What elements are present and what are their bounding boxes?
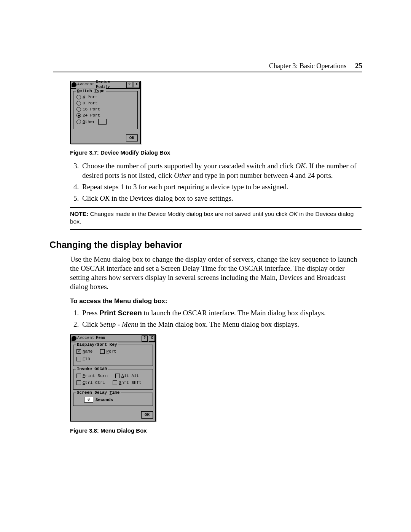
switch-type-option[interactable]: 24 Port bbox=[76, 113, 135, 118]
switch-type-option[interactable]: 16 Port bbox=[76, 107, 135, 112]
procedure-steps-2: Press Print Screen to launch the OSCAR i… bbox=[70, 308, 362, 329]
figure-caption-3-7: Figure 3.7: Device Modify Dialog Box bbox=[70, 149, 362, 156]
brand-label: Avocent bbox=[77, 82, 95, 87]
radio-icon bbox=[76, 113, 81, 118]
procedure-steps-1: Choose the number of ports supported by … bbox=[70, 161, 362, 203]
checkbox-icon bbox=[76, 374, 81, 378]
avocent-logo-icon bbox=[72, 336, 76, 341]
figure-caption-3-8: Figure 3.8: Menu Dialog Box bbox=[70, 427, 362, 434]
group-legend: Screen Delay Time bbox=[76, 390, 121, 395]
invoke-shftshft-option[interactable]: Shft-Shft bbox=[113, 380, 141, 385]
display-sort-key-group: Display/Sort Key Name Port bbox=[73, 345, 153, 366]
switch-type-group: Switch Type 4 Port8 Port16 Port24 PortOt… bbox=[73, 91, 138, 129]
menu-dialog: Avocent Menu ? X Display/Sort Key Name bbox=[70, 334, 156, 421]
avocent-logo-icon bbox=[72, 82, 76, 87]
step-1: Press Print Screen to launch the OSCAR i… bbox=[81, 308, 362, 318]
step-2: Click Setup - Menu in the Main dialog bo… bbox=[81, 320, 362, 329]
device-modify-dialog: Avocent Device Modify ? X Switch Type 4 … bbox=[70, 81, 141, 144]
switch-type-option[interactable]: Other bbox=[76, 119, 135, 125]
invoke-ctrlctrl-option[interactable]: Ctrl-Ctrl bbox=[76, 380, 105, 385]
sort-port-option[interactable]: Port bbox=[100, 349, 116, 354]
radio-icon bbox=[76, 107, 81, 112]
group-legend: Display/Sort Key bbox=[76, 342, 118, 347]
switch-type-option[interactable]: 4 Port bbox=[76, 94, 135, 100]
switch-type-option[interactable]: 8 Port bbox=[76, 101, 135, 106]
page-header: Chapter 3: Basic Operations 25 bbox=[269, 62, 362, 70]
ok-button[interactable]: OK bbox=[141, 411, 153, 418]
brand-label: Avocent bbox=[77, 336, 95, 341]
close-icon[interactable]: X bbox=[149, 335, 155, 342]
section-paragraph: Use the Menu dialog box to change the di… bbox=[70, 255, 362, 292]
radio-icon bbox=[76, 95, 81, 99]
screen-delay-group: Screen Delay Time 0 Seconds bbox=[73, 393, 153, 406]
help-icon[interactable]: ? bbox=[126, 82, 132, 88]
step-5: Click OK in the Devices dialog box to sa… bbox=[81, 194, 362, 203]
invoke-printscrn-option[interactable]: Print Scrn bbox=[76, 373, 108, 379]
checkbox-icon bbox=[76, 380, 81, 385]
checkbox-icon bbox=[100, 349, 105, 354]
help-icon[interactable]: ? bbox=[142, 335, 148, 342]
header-rule bbox=[53, 72, 362, 72]
note-rule-top bbox=[70, 207, 362, 208]
step-3: Choose the number of ports supported by … bbox=[81, 161, 362, 180]
ok-button[interactable]: OK bbox=[126, 134, 138, 141]
seconds-label: Seconds bbox=[96, 397, 113, 403]
invoke-altalt-option[interactable]: Alt-Alt bbox=[115, 373, 139, 379]
chapter-label: Chapter 3: Basic Operations bbox=[269, 62, 346, 70]
radio-icon bbox=[76, 101, 81, 105]
group-legend: Invoke OSCAR bbox=[76, 366, 108, 372]
dialog-title: Menu bbox=[96, 336, 105, 341]
page-number: 25 bbox=[355, 62, 362, 70]
checkbox-icon bbox=[115, 374, 120, 378]
checkbox-icon bbox=[76, 357, 81, 361]
radio-icon bbox=[76, 120, 81, 124]
note-block: NOTE: Changes made in the Device Modify … bbox=[70, 210, 362, 225]
sort-name-option[interactable]: Name bbox=[76, 349, 92, 354]
titlebar: Avocent Menu ? X bbox=[71, 335, 155, 342]
invoke-oscar-group: Invoke OSCAR Print Scrn Alt-Alt bbox=[73, 369, 153, 390]
section-heading: Changing the display behavior bbox=[49, 239, 362, 251]
note-rule-bottom bbox=[70, 229, 362, 230]
delay-seconds-input[interactable]: 0 bbox=[84, 397, 93, 403]
other-port-input[interactable] bbox=[98, 119, 107, 125]
checkbox-icon bbox=[76, 349, 81, 354]
step-4: Repeat steps 1 to 3 for each port requir… bbox=[81, 182, 362, 192]
procedure-subhead: To access the Menu dialog box: bbox=[70, 297, 362, 305]
checkbox-icon bbox=[113, 380, 117, 385]
close-icon[interactable]: X bbox=[134, 82, 140, 88]
titlebar: Avocent Device Modify ? X bbox=[71, 81, 140, 89]
sort-eid-option[interactable]: EID bbox=[76, 356, 150, 362]
